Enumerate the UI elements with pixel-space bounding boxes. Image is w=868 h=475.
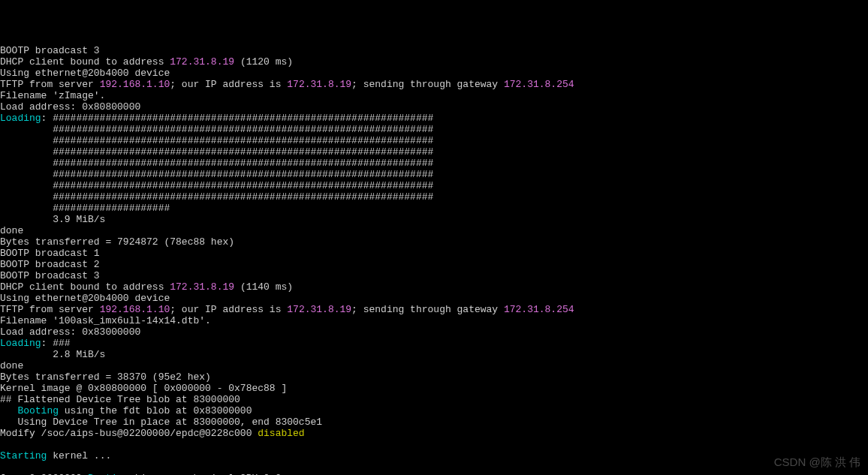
log-line: done [0,225,23,236]
progress-bar: ########################################… [0,158,433,169]
text: kernel ... [47,450,111,461]
log-line: DHCP client bound to address 172.31.8.19… [0,56,293,68]
text [0,405,17,416]
ip-address: 172.31.8.19 [287,79,351,90]
text: DHCP client bound to address [0,56,170,68]
ip-address: 192.168.1.10 [100,304,170,315]
log-line: Kernel image @ 0x80800000 [ 0x000000 - 0… [0,383,287,394]
log-line: DHCP client bound to address 172.31.8.19… [0,281,293,293]
text: (1140 ms) [234,281,293,293]
loading-label: Loading [0,338,41,349]
progress-bar: : ### [41,338,71,349]
log-line: TFTP from server 192.168.1.10; our IP ad… [0,79,574,90]
progress-bar: ########################################… [0,124,433,135]
progress-bar: ########################################… [0,191,433,203]
transfer-speed: 3.9 MiB/s [0,214,105,225]
log-line: Load address: 0x83000000 [0,326,140,338]
log-line: Bytes transferred = 38370 (95e2 hex) [0,371,211,383]
text: ; sending through gateway [351,79,504,90]
log-line: Booting using the fdt blob at 0x83000000 [0,405,252,416]
ip-address: 172.31.8.19 [287,304,351,315]
log-line: BOOTP broadcast 3 [0,270,100,281]
progress-bar: ########################################… [0,146,433,158]
log-line: done [0,360,23,371]
watermark: CSDN @陈 洪 伟 [774,456,860,467]
log-line: Filename '100ask_imx6ull-14x14.dtb'. [0,315,211,326]
log-line: ## Flattened Device Tree blob at 8300000… [0,394,240,405]
starting-label: Starting [0,450,47,461]
progress-bar: ########################################… [0,180,433,191]
text: ; sending through gateway [351,304,504,315]
ip-address: 192.168.1.10 [100,79,170,90]
booting-label: Booting [17,405,59,416]
log-line: Using ethernet@20b4000 device [0,68,170,79]
ip-address: 172.31.8.254 [504,304,574,315]
loading-label: Loading [0,113,41,124]
text: using the fdt blob at 0x83000000 [59,405,252,416]
text: Modify /soc/aips-bus@02200000/epdc@0228c… [0,428,258,439]
progress-bar: ########################################… [0,169,433,180]
progress-bar: : ######################################… [41,113,434,124]
ip-address: 172.31.8.19 [170,281,234,293]
disabled-label: disabled [258,428,304,439]
log-line: Loading: ### [0,338,71,349]
log-line: Modify /soc/aips-bus@02200000/epdc@0228c… [0,428,305,439]
ip-address: 172.31.8.254 [504,79,574,90]
log-line: TFTP from server 192.168.1.10; our IP ad… [0,304,574,315]
text: TFTP from server [0,79,100,90]
log-line: Using Device Tree in place at 83000000, … [0,416,322,428]
log-line: BOOTP broadcast 3 [0,45,100,56]
text: DHCP client bound to address [0,281,170,293]
log-line: Bytes transferred = 7924872 (78ec88 hex) [0,236,234,248]
log-line: Loading: ###############################… [0,113,433,124]
log-line: BOOTP broadcast 1 [0,248,100,259]
text: TFTP from server [0,304,100,315]
log-line: Using ethernet@20b4000 device [0,293,170,304]
log-line: Starting kernel ... [0,450,111,461]
text: ; our IP address is [170,304,287,315]
log-line: BOOTP broadcast 2 [0,259,100,270]
log-line: Filename 'zImage'. [0,90,105,101]
text: (1120 ms) [234,56,293,68]
log-line: Load address: 0x80800000 [0,101,140,113]
progress-bar: ########################################… [0,135,433,146]
ip-address: 172.31.8.19 [170,56,234,68]
progress-bar: #################### [0,203,170,214]
transfer-speed: 2.8 MiB/s [0,349,105,360]
text: ; our IP address is [170,79,287,90]
terminal-output: BOOTP broadcast 3 DHCP client bound to a… [0,45,868,475]
